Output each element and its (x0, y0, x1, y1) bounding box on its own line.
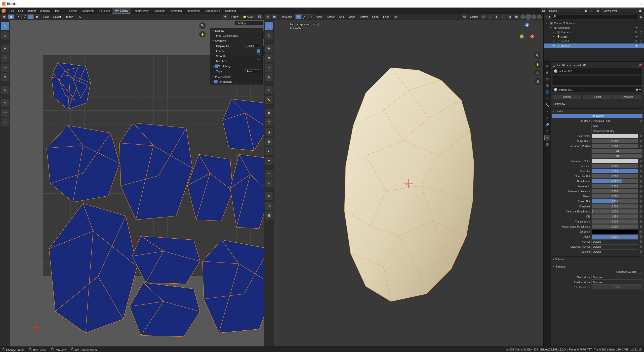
v3d-tool-rotate[interactable]: ⟲ (265, 54, 273, 62)
roughness-value[interactable]: 0.667 (591, 179, 638, 184)
v3d-tool-inset[interactable]: ◫ (265, 118, 273, 126)
uv-menu-select[interactable]: Select (52, 15, 63, 18)
transmission-roughness-value[interactable]: 0.000 (591, 224, 638, 229)
v3d-menu-face[interactable]: Face (382, 15, 391, 18)
anisotropic-value[interactable]: 0.000 (591, 184, 638, 189)
workspace-uv-editing[interactable]: UV Editing (112, 8, 131, 14)
select-vertex-mode[interactable]: • (295, 14, 301, 19)
prop-tab-physics[interactable]: ⚛ (544, 115, 550, 121)
viewlayer-new-button[interactable]: ▣ (637, 8, 642, 13)
v3d-tool-select[interactable]: ↖ (265, 22, 273, 30)
blend-mode-dropdown[interactable]: Opaque (591, 275, 642, 280)
annotations-checkbox[interactable] (214, 80, 218, 83)
panel-volume[interactable]: Volume (552, 257, 642, 262)
overlay-icon[interactable]: ⊞ (507, 14, 512, 19)
prop-tab-modifiers[interactable]: 🔧 (544, 102, 550, 108)
stretching-checkbox[interactable] (215, 64, 218, 68)
uv-zoom-icon[interactable]: 🔍 (199, 22, 206, 29)
viewlayer-icon[interactable]: ▦ (595, 8, 600, 13)
outliner-editor-icon[interactable]: ≣ (545, 15, 548, 18)
window-maximize-button[interactable]: ▢ (633, 2, 635, 6)
eye-icon[interactable]: 👁 (634, 30, 638, 34)
uv-select-face[interactable]: ▢ (28, 14, 34, 19)
tangent-dropdown[interactable]: Default (591, 249, 638, 254)
shading-rendered[interactable] (537, 14, 542, 19)
select-face-mode[interactable]: ▢ (307, 14, 313, 19)
panel-preview[interactable]: Preview (552, 101, 642, 106)
npanel-2d-cursor-header[interactable]: ▶ 2D Cursor (210, 74, 262, 79)
specular-tint-value[interactable]: 0.000 (591, 174, 638, 179)
gizmo-visibility-icon[interactable]: ⊡ (501, 14, 506, 19)
prop-tab-scene[interactable]: ▣ (544, 83, 550, 88)
pivot-icon[interactable]: ⊙ (481, 14, 486, 19)
clearcoat-roughness-value[interactable]: 0.030 (591, 209, 638, 214)
v3d-tool-knife[interactable]: ▲ (265, 147, 273, 155)
sss-radius-1[interactable]: 0.200 (591, 149, 642, 153)
prop-tab-render[interactable]: ⟳ (544, 63, 550, 69)
shading-wireframe[interactable] (520, 14, 525, 19)
uv-pan-icon[interactable]: ✋ (199, 31, 206, 37)
v3d-zoom-icon[interactable]: 🔍 (534, 53, 541, 59)
v3d-tool-polybuild[interactable]: ▰ (265, 157, 273, 165)
uv-select-edge[interactable]: ╱ (22, 14, 28, 19)
workspace-sculpting[interactable]: Sculpting (96, 8, 112, 14)
v3d-camera-icon[interactable]: 🎥 (534, 70, 541, 76)
outliner-row[interactable]: ▾🎥Camera👁▢ (544, 30, 644, 34)
uv-menu-image[interactable]: Image (64, 15, 75, 18)
shading-lookdev[interactable] (531, 14, 536, 19)
v3d-menu-vertex[interactable]: Vertex (358, 15, 369, 18)
v3d-menu-view[interactable]: View (315, 15, 324, 18)
display-as-dropdown[interactable]: Outline (245, 44, 260, 48)
npanel-overlays-header[interactable]: Overlays (210, 38, 262, 43)
disable-icon[interactable]: ▢ (639, 44, 642, 48)
outliner-row[interactable]: ▾▣Scene Collection (544, 21, 644, 25)
sss-color-swatch[interactable] (591, 159, 638, 163)
mode-dropdown[interactable]: Edit Mode (278, 15, 294, 18)
metallic-value[interactable]: 0.000 (591, 164, 638, 168)
tool-move[interactable]: ✥ (1, 45, 9, 53)
outliner-row[interactable]: ▾▽tri.004👁▢ (544, 39, 644, 43)
normal-dropdown[interactable]: Default (591, 239, 638, 244)
v3d-persp-icon[interactable]: ▦ (534, 78, 541, 85)
proportional-icon[interactable]: ● (494, 14, 499, 19)
uv-menu-view[interactable]: View (41, 15, 50, 18)
prop-tab-world[interactable]: 🌐 (544, 89, 550, 95)
prop-tab-texture[interactable]: ▦ (544, 142, 550, 147)
prop-tab-constraints[interactable]: 🔗 (544, 122, 550, 127)
scene-new-button[interactable]: ▣ (583, 8, 588, 13)
clearcoat-normal-dropdown[interactable]: Default (591, 244, 638, 249)
alpha-value[interactable]: 1.000 (591, 234, 638, 239)
mode-dropdown-icon[interactable]: ▦ (272, 14, 277, 19)
v3d-tool-shrink[interactable]: ✥ (265, 192, 273, 200)
outliner-row[interactable]: ▾▣Collection👁▢ (544, 25, 644, 30)
tool-rip[interactable]: ⬡ (1, 99, 9, 107)
disable-icon[interactable]: ▢ (639, 39, 642, 43)
v3d-tool-scale[interactable]: ▭ (265, 64, 273, 72)
v3d-tool-transform[interactable]: ⊕ (265, 73, 273, 81)
v3d-pan-icon[interactable]: ✋ (534, 61, 541, 68)
tool-grab[interactable]: 〰 (1, 109, 9, 117)
workspace-rendering[interactable]: Rendering (184, 8, 202, 14)
workspace-scripting[interactable]: Scripting (223, 8, 238, 14)
outliner-search-input[interactable]: 🔎 (551, 15, 639, 19)
npanel-display-header[interactable]: Display (210, 28, 262, 33)
eye-icon[interactable]: 👁 (634, 44, 638, 48)
v3d-tool-annotate[interactable]: ✎ (265, 86, 273, 94)
pixel-coords-checkbox[interactable] (257, 34, 260, 37)
tool-scale[interactable]: ▭ (1, 64, 9, 72)
orientation-icon[interactable]: ⟲ (462, 14, 467, 19)
eye-icon[interactable]: 👁 (634, 39, 638, 43)
distribution-dropdown[interactable]: GGX (591, 124, 642, 128)
v3d-tool-smooth[interactable]: 〰 (265, 170, 273, 178)
outliner-filter-icon[interactable]: ⚙ (640, 15, 642, 18)
v3d-menu-add[interactable]: Add (338, 15, 346, 18)
material-select-button[interactable]: Select (583, 95, 612, 99)
transmission-value[interactable]: 0.000 (591, 219, 638, 224)
v3d-tool-measure[interactable]: 📏 (265, 96, 273, 104)
uv-image-browse-icon[interactable]: ▾ (223, 14, 228, 19)
view3d-editor-type-icon[interactable]: ▨ (265, 14, 270, 19)
prop-tab-material[interactable]: ● (544, 135, 550, 141)
material-slot-list[interactable] (552, 75, 642, 86)
view3d-viewport[interactable]: User Perspective (Local) (1) trs.002 (274, 20, 543, 346)
faces-checkbox[interactable] (257, 49, 260, 53)
